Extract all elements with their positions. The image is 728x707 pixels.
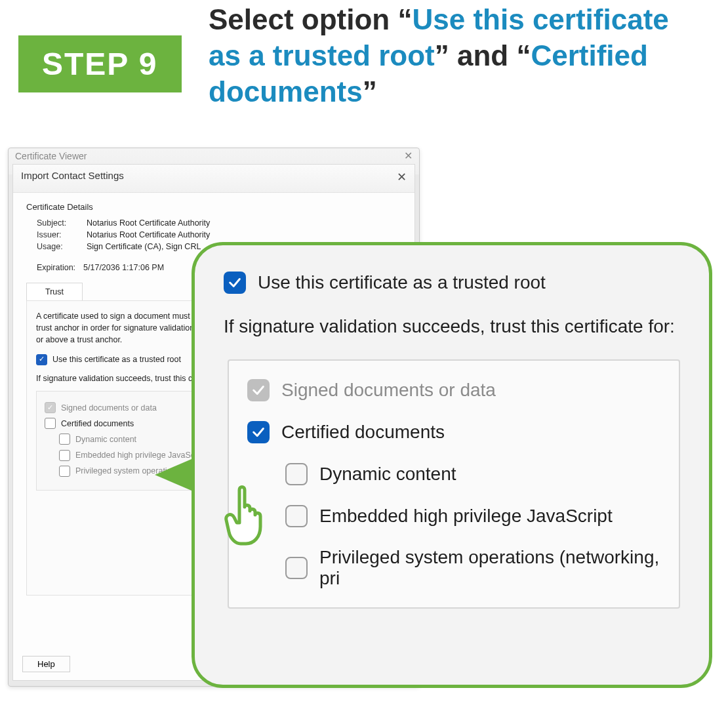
checkbox-privileged-ops[interactable] [59,466,70,477]
checkbox-certified-docs-zoom[interactable] [247,421,270,443]
checkbox-signed-docs-zoom-label: Signed documents or data [281,380,496,401]
checkbox-trusted-root-label: Use this certificate as a trusted root [52,354,181,365]
checkbox-signed-docs-label: Signed documents or data [61,402,157,414]
checkbox-certified-docs-label: Certified documents [61,418,134,430]
checkbox-privileged-ops-zoom[interactable] [285,557,308,579]
label-subject: Subject: [37,218,79,228]
checkbox-ehpjs-zoom-label: Embedded high privilege JavaScript [319,506,613,527]
close-icon[interactable]: ✕ [397,170,407,184]
label-issuer: Issuer: [37,230,79,239]
callout-pointer-icon [155,459,192,491]
zoom-callout: Use this certificate as a trusted root I… [192,242,712,688]
checkbox-trusted-root-zoom[interactable] [224,272,246,294]
checkbox-trusted-root[interactable]: ✓ [36,354,47,365]
cursor-hand-icon [220,482,271,548]
checkbox-dynamic-content[interactable] [59,434,70,445]
checkbox-trusted-root-zoom-label: Use this certificate as a trusted root [258,272,546,293]
heading-mid: ” and “ [435,39,531,71]
inner-window-title: Import Contact Settings [21,170,124,181]
help-button[interactable]: Help [22,656,70,672]
checkbox-ehpjs[interactable] [59,450,70,461]
checkbox-dynamic-content-label: Dynamic content [75,434,136,445]
checkbox-certified-docs[interactable] [45,418,56,429]
checkmark-icon [251,425,266,439]
checkmark-icon [251,383,266,397]
checkbox-ehpjs-zoom[interactable] [285,505,308,527]
label-usage: Usage: [37,242,79,251]
inner-window-titlebar: Import Contact Settings ✕ [13,165,415,193]
heading-prefix: Select option “ [209,3,412,35]
value-issuer: Notarius Root Certificate Authority [87,230,210,239]
tab-trust[interactable]: Trust [26,283,83,300]
step-badge: STEP 9 [18,35,182,92]
label-expiration: Expiration: [37,263,75,272]
checkbox-dynamic-content-zoom-label: Dynamic content [319,464,456,485]
step-instruction: Select option “Use this certificate as a… [209,1,707,110]
value-expiration: 5/17/2036 1:17:06 PM [83,263,164,272]
checkbox-certified-docs-zoom-label: Certified documents [281,422,445,443]
details-section-title: Certificate Details [26,202,401,212]
close-icon[interactable]: ✕ [404,150,413,162]
heading-suffix: ” [363,75,377,108]
checkbox-signed-docs: ✓ [45,402,56,413]
validation-line-zoom: If signature validation succeeds, trust … [224,316,680,337]
trust-options-box-zoom: Signed documents or data Certified docum… [228,359,680,609]
value-subject: Notarius Root Certificate Authority [87,218,210,228]
outer-window-title-text: Certificate Viewer [15,151,87,161]
checkbox-dynamic-content-zoom[interactable] [285,463,308,485]
checkbox-signed-docs-zoom [247,379,270,401]
checkbox-privileged-ops-zoom-label: Privileged system operations (networking… [319,547,671,589]
checkmark-icon [228,275,242,290]
value-usage: Sign Certificate (CA), Sign CRL [87,242,201,251]
